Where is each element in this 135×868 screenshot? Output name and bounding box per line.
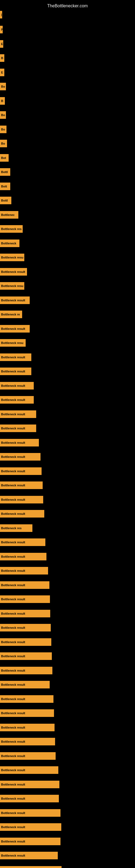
bar-item: Bottleneck result (0, 838, 60, 845)
bar-label: | (0, 11, 2, 19)
bar-item: E (0, 40, 3, 48)
bar-label: Bottleneck result (0, 581, 49, 589)
bar-item: Bottleneck result (0, 595, 50, 603)
bar-item: Bottleneck resu (0, 254, 24, 261)
bar-item: Bottleneck result (0, 453, 41, 461)
bar-label: Bottleneck result (0, 866, 61, 868)
bar-label: P (0, 26, 3, 33)
bar-item: Bottleneck result (0, 467, 42, 475)
bar-label: Bottleneck result (0, 638, 51, 646)
bar-item: | (0, 11, 2, 19)
bar-label: Bottleneck result (0, 467, 42, 475)
bar-item: Bottlenec (0, 211, 18, 219)
bar-label: Bottleneck resu (0, 254, 24, 261)
bar-label: Bottleneck result (0, 795, 59, 802)
bar-item: Bottleneck result (0, 610, 50, 617)
bar-label: Bottleneck result (0, 752, 56, 760)
bar-label: Bottl (0, 197, 11, 204)
bar-item: Bottl (0, 197, 11, 204)
bar-item: Bottleneck result (0, 709, 54, 717)
bar-label: Bottleneck result (0, 410, 36, 418)
bar-item: Bottleneck result (0, 382, 34, 390)
bar-label: Bottleneck result (0, 425, 36, 432)
bar-item: Bottleneck result (0, 766, 58, 774)
bar-label: Bottleneck result (0, 382, 34, 390)
bar-item: Bottleneck result (0, 809, 60, 817)
bar-item: Bott (0, 183, 10, 190)
bar-item: Bottleneck result (0, 724, 54, 731)
bar-item: Bottleneck result (0, 624, 51, 631)
bar-item: Bottleneck (0, 240, 19, 247)
bar-item: Bottleneck result (0, 866, 61, 868)
bar-label: Bottleneck result (0, 567, 48, 575)
bar-label: Bottleneck res (0, 524, 32, 532)
bar-label: B (0, 97, 5, 105)
bar-label: Bottleneck result (0, 667, 52, 674)
bar-item: Bottleneck result (0, 368, 31, 375)
bar-label: Bottleneck result (0, 624, 51, 631)
bar-item: Bo (0, 140, 7, 147)
bar-item: Bottleneck result (0, 496, 43, 503)
bar-item: Bottleneck res (0, 524, 32, 532)
bar-item: P (0, 26, 3, 33)
bar-item: B (0, 54, 4, 62)
bar-label: Bottleneck result (0, 368, 31, 375)
bar-item: Bottleneck result (0, 781, 59, 788)
bar-item: Bottleneck resu (0, 339, 26, 347)
bar-item: Bottleneck result (0, 439, 39, 446)
bar-label: B (0, 54, 4, 62)
bar-item: Bottleneck result (0, 553, 46, 560)
bar-item: Bottleneck result (0, 482, 43, 489)
bar-label: Bo (0, 83, 6, 90)
bar-item: Bo (0, 83, 6, 90)
bar-label: E (0, 69, 4, 76)
bar-item: Bo (0, 126, 6, 133)
bar-label: Bo (0, 111, 6, 119)
bar-item: Bottleneck result (0, 510, 44, 518)
bar-label: Bottleneck result (0, 652, 52, 660)
bar-label: Bottleneck result (0, 482, 43, 489)
bar-item: Bottleneck result (0, 638, 51, 646)
bar-label: Bottleneck result (0, 538, 45, 546)
bar-item: Bottleneck re (0, 311, 22, 318)
bar-label: Bot (0, 154, 9, 162)
bar-item: Bottleneck result (0, 852, 58, 859)
bar-label: Bottleneck result (0, 496, 43, 503)
bar-item: Bottleneck result (0, 823, 61, 831)
bar-label: Bottleneck result (0, 396, 34, 404)
bar-item: Bottleneck result (0, 353, 31, 361)
bar-label: Bottleneck result (0, 766, 58, 774)
bar-item: B (0, 97, 5, 105)
bar-label: Bottleneck result (0, 595, 50, 603)
bar-label: Bottleneck result (0, 809, 60, 817)
bar-item: Bottleneck result (0, 268, 27, 276)
bar-label: Bottleneck result (0, 852, 58, 859)
bar-label: Bottleneck result (0, 724, 54, 731)
bar-label: Bottleneck result (0, 823, 61, 831)
bar-label: Bottleneck result (0, 610, 50, 617)
bar-item: Bottleneck result (0, 425, 36, 432)
bar-label: Bottleneck res (0, 225, 23, 233)
bar-label: Bottlenec (0, 211, 18, 219)
bar-item: Bottleneck result (0, 538, 45, 546)
bar-label: Bottleneck result (0, 325, 30, 333)
bar-item: Bottleneck result (0, 410, 36, 418)
bar-label: Bottleneck result (0, 709, 54, 717)
bar-item: Bottleneck result (0, 695, 53, 703)
bar-label: Bottleneck result (0, 353, 31, 361)
bar-label: Bottleneck result (0, 297, 30, 304)
bar-label: Bo (0, 140, 7, 147)
bar-label: Bottleneck result (0, 681, 50, 688)
bar-item: Bottleneck result (0, 396, 34, 404)
bar-item: Bo (0, 111, 6, 119)
bar-label: E (0, 40, 3, 48)
bar-label: Bottleneck result (0, 268, 27, 276)
site-title: TheBottlenecker.com (0, 1, 135, 10)
bar-item: Bottleneck result (0, 738, 55, 745)
bar-item: Bottl (0, 168, 10, 176)
bar-item: Bottleneck result (0, 752, 56, 760)
bar-item: Bottleneck result (0, 297, 30, 304)
bar-item: Bottleneck result (0, 652, 52, 660)
bar-item: Bottleneck result (0, 567, 48, 575)
bar-label: Bo (0, 126, 6, 133)
